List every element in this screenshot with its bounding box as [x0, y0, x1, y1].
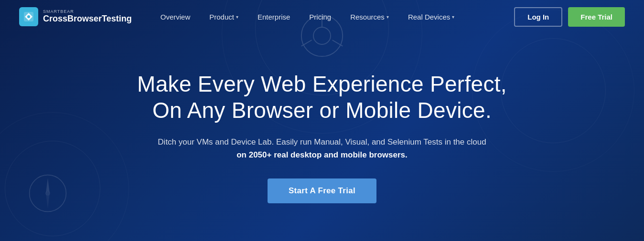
hero-section: SMARTBEAR CrossBrowserTesting Overview P… — [0, 0, 644, 241]
nav-real-devices[interactable]: Real Devices ▾ — [398, 0, 464, 33]
nav-resources[interactable]: Resources ▾ — [341, 0, 398, 33]
resources-chevron-icon: ▾ — [386, 14, 389, 20]
hero-subtitle: Ditch your VMs and Device Lab. Easily ru… — [158, 136, 486, 161]
free-trial-button[interactable]: Free Trial — [568, 7, 625, 27]
start-free-trial-button[interactable]: Start A Free Trial — [268, 178, 376, 203]
nav-overview[interactable]: Overview — [151, 0, 200, 33]
navbar: SMARTBEAR CrossBrowserTesting Overview P… — [0, 0, 644, 33]
hero-title: Make Every Web Experience Perfect, On An… — [137, 71, 507, 124]
nav-actions: Log In Free Trial — [514, 7, 625, 27]
login-button[interactable]: Log In — [514, 7, 562, 27]
nav-product[interactable]: Product ▾ — [200, 0, 248, 33]
nav-links: Overview Product ▾ Enterprise Pricing Re… — [151, 0, 515, 33]
logo-text: SMARTBEAR CrossBrowserTesting — [43, 10, 132, 24]
product-name-label: CrossBrowserTesting — [43, 14, 132, 24]
real-devices-chevron-icon: ▾ — [452, 14, 454, 20]
logo[interactable]: SMARTBEAR CrossBrowserTesting — [19, 7, 132, 26]
logo-icon — [19, 7, 38, 26]
svg-point-10 — [27, 15, 30, 18]
nav-pricing[interactable]: Pricing — [300, 0, 341, 33]
hero-content: Make Every Web Experience Perfect, On An… — [0, 33, 644, 241]
product-chevron-icon: ▾ — [236, 14, 238, 20]
nav-enterprise[interactable]: Enterprise — [248, 0, 300, 33]
